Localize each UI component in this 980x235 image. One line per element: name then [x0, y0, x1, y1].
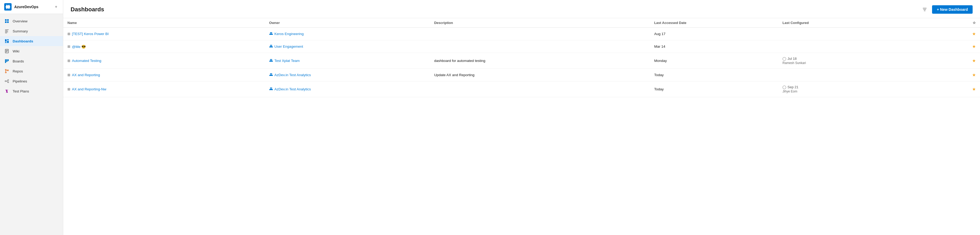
star-icon[interactable]: ★ — [972, 32, 976, 36]
cell-owner: User Engagement — [265, 40, 430, 53]
dashboard-name-link[interactable]: ⊞ @Me 😎 — [67, 44, 261, 49]
cell-description — [430, 28, 650, 40]
owner-link[interactable]: Keros Engineering — [269, 32, 426, 36]
cell-owner: Keros Engineering — [265, 28, 430, 40]
svg-point-28 — [270, 32, 271, 33]
cell-star: ★ — [925, 28, 980, 40]
dashboard-grid-icon: ⊞ — [67, 44, 70, 48]
repos-label: Repos — [13, 69, 23, 73]
owner-link[interactable]: AzDev.in Test Analytics — [269, 87, 426, 91]
owner-link[interactable]: User Engagement — [269, 44, 426, 49]
repos-icon — [4, 68, 10, 74]
new-dashboard-button[interactable]: + New Dashboard — [932, 5, 973, 14]
config-date: ◯ Jul 18 — [783, 57, 921, 60]
star-icon[interactable]: ★ — [972, 87, 976, 91]
svg-point-37 — [271, 87, 272, 89]
cell-last-accessed: Aug 17 — [650, 28, 778, 40]
owner-group-icon — [269, 32, 273, 36]
boards-icon — [4, 59, 10, 64]
testplans-icon — [4, 89, 10, 94]
dashboards-table-container: Name Owner Description Last Accessed Dat… — [63, 18, 980, 235]
cell-name: ⊞ [TEST] Keros Power BI — [63, 28, 265, 40]
table-row: ⊞ AX and Reporting-Nw AzDev.in Test Anal… — [63, 81, 980, 97]
sidebar-item-testplans[interactable]: Test Plans — [0, 86, 63, 96]
sidebar-item-pipelines[interactable]: Pipelines — [0, 76, 63, 86]
testplans-label: Test Plans — [13, 89, 29, 93]
org-logo — [4, 3, 11, 11]
star-icon[interactable]: ★ — [972, 44, 976, 49]
svg-rect-18 — [8, 59, 9, 61]
cell-description: dashboard for automated testing — [430, 53, 650, 69]
svg-rect-7 — [5, 33, 7, 33]
dashboard-grid-icon: ⊞ — [67, 32, 70, 36]
summary-label: Summary — [13, 29, 28, 33]
svg-rect-15 — [6, 52, 7, 52]
svg-rect-9 — [7, 39, 9, 40]
cell-name: ⊞ Automated Testing — [63, 53, 265, 69]
svg-point-36 — [270, 87, 271, 89]
cell-owner: AzDev.in Test Analytics — [265, 81, 430, 97]
col-header-last-accessed: Last Accessed Date — [650, 18, 778, 28]
sidebar-item-dashboards[interactable]: Dashboards — [0, 36, 63, 46]
cell-last-configured — [778, 28, 925, 40]
owner-link[interactable]: Test Xplat Team — [269, 59, 426, 63]
dashboard-name-link[interactable]: ⊞ Automated Testing — [67, 59, 261, 63]
star-icon[interactable]: ★ — [972, 73, 976, 77]
svg-rect-13 — [6, 50, 8, 51]
sidebar-item-summary[interactable]: Summary — [0, 26, 63, 36]
cell-last-configured — [778, 69, 925, 81]
cell-star: ★ — [925, 69, 980, 81]
config-user: Ramesh Sunkari — [783, 61, 921, 65]
svg-point-30 — [270, 45, 271, 46]
cell-last-accessed: Today — [650, 81, 778, 97]
dashboard-name-link[interactable]: ⊞ AX and Reporting-Nw — [67, 87, 261, 91]
cell-description: Update AX and Reporting — [430, 69, 650, 81]
table-row: ⊞ @Me 😎 User EngagementMar 14★ — [63, 40, 980, 53]
dashboards-icon — [4, 38, 10, 44]
svg-point-32 — [270, 59, 271, 60]
sidebar-nav: Overview Summary — [0, 14, 63, 98]
svg-point-23 — [8, 79, 9, 81]
star-icon[interactable]: ★ — [972, 59, 976, 63]
sidebar-item-wiki[interactable]: Wiki — [0, 46, 63, 56]
config-user: Jihye Eom — [783, 90, 921, 93]
svg-rect-10 — [7, 41, 9, 43]
owner-group-icon — [269, 59, 273, 63]
svg-point-35 — [271, 73, 272, 74]
sidebar-item-overview[interactable]: Overview — [0, 16, 63, 26]
dashboards-table: Name Owner Description Last Accessed Dat… — [63, 18, 980, 97]
filter-button[interactable] — [921, 5, 929, 14]
svg-rect-2 — [5, 21, 6, 23]
cell-last-configured: ◯ Sep 21 Jihye Eom — [778, 81, 925, 97]
cell-name: ⊞ AX and Reporting-Nw — [63, 81, 265, 97]
svg-point-24 — [8, 82, 9, 83]
owner-link[interactable]: AzDev.in Test Analytics — [269, 73, 426, 77]
dashboard-name-link[interactable]: ⊞ [TEST] Keros Power BI — [67, 32, 261, 36]
cell-last-accessed: Monday — [650, 53, 778, 69]
table-header-row: Name Owner Description Last Accessed Dat… — [63, 18, 980, 28]
dashboard-grid-icon: ⊞ — [67, 59, 70, 63]
config-date-text: Sep 21 — [788, 85, 798, 89]
sidebar-header: AzureDevOps + — [0, 0, 63, 14]
clock-icon: ◯ — [783, 85, 786, 89]
dashboards-label: Dashboards — [13, 39, 33, 43]
dashboard-name-link[interactable]: ⊞ AX and Reporting — [67, 73, 261, 77]
overview-label: Overview — [13, 19, 27, 23]
table-row: ⊞ AX and Reporting AzDev.in Test Analyti… — [63, 69, 980, 81]
col-header-name: Name — [63, 18, 265, 28]
cell-description — [430, 81, 650, 97]
col-header-owner: Owner — [265, 18, 430, 28]
sidebar-item-repos[interactable]: Repos — [0, 66, 63, 76]
svg-rect-14 — [6, 51, 8, 51]
org-name: AzureDevOps — [14, 5, 51, 9]
svg-rect-3 — [7, 21, 9, 23]
main-content: Dashboards + New Dashboard Name Owner De… — [63, 0, 980, 235]
add-project-button[interactable]: + — [54, 4, 59, 10]
svg-rect-4 — [5, 30, 9, 30]
cell-last-configured: ◯ Jul 18 Ramesh Sunkari — [778, 53, 925, 69]
sidebar-item-boards[interactable]: Boards — [0, 56, 63, 66]
svg-rect-11 — [5, 42, 6, 43]
cell-last-accessed: Today — [650, 69, 778, 81]
svg-rect-16 — [5, 59, 6, 63]
svg-rect-5 — [5, 30, 8, 31]
